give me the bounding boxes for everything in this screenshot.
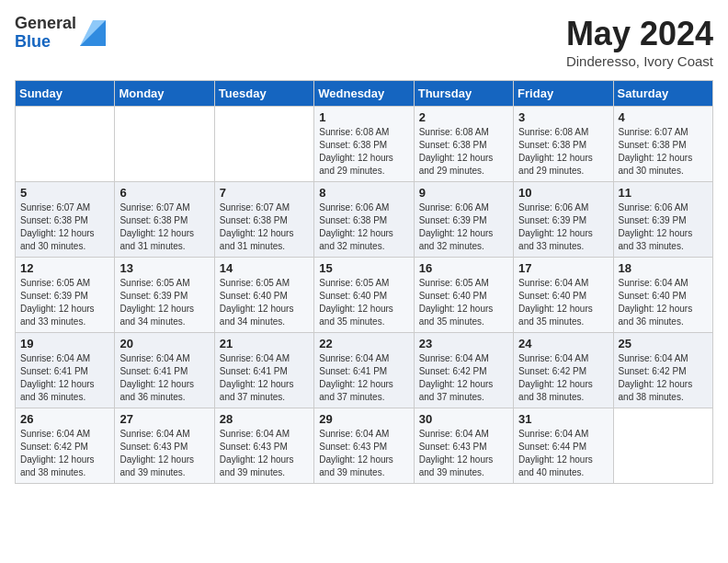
- day-number: 1: [319, 110, 408, 124]
- day-number: 13: [119, 261, 209, 275]
- logo-icon: [80, 20, 106, 46]
- day-info: Sunrise: 6:05 AM Sunset: 6:40 PM Dayligh…: [419, 277, 508, 328]
- calendar-week-row: 26Sunrise: 6:04 AM Sunset: 6:42 PM Dayli…: [16, 408, 713, 484]
- month-title: May 2024: [566, 15, 713, 53]
- day-number: 5: [20, 186, 109, 200]
- day-info: Sunrise: 6:05 AM Sunset: 6:39 PM Dayligh…: [20, 277, 109, 328]
- calendar-table: SundayMondayTuesdayWednesdayThursdayFrid…: [15, 80, 713, 484]
- day-number: 25: [619, 337, 708, 350]
- day-info: Sunrise: 6:04 AM Sunset: 6:42 PM Dayligh…: [619, 352, 708, 404]
- calendar-cell: 11Sunrise: 6:06 AM Sunset: 6:39 PM Dayli…: [613, 182, 712, 258]
- calendar-cell: 21Sunrise: 6:04 AM Sunset: 6:41 PM Dayli…: [214, 333, 313, 408]
- day-info: Sunrise: 6:04 AM Sunset: 6:43 PM Dayligh…: [119, 428, 209, 479]
- day-number: 3: [518, 110, 608, 124]
- day-number: 6: [119, 186, 209, 200]
- day-info: Sunrise: 6:05 AM Sunset: 6:40 PM Dayligh…: [220, 277, 309, 328]
- calendar-cell: 9Sunrise: 6:06 AM Sunset: 6:39 PM Daylig…: [414, 182, 513, 258]
- calendar-cell: 5Sunrise: 6:07 AM Sunset: 6:38 PM Daylig…: [16, 182, 115, 258]
- day-number: 27: [119, 412, 209, 426]
- calendar-cell: 30Sunrise: 6:04 AM Sunset: 6:43 PM Dayli…: [414, 408, 513, 484]
- day-number: 22: [319, 337, 408, 350]
- day-number: 15: [319, 261, 408, 275]
- calendar-cell: 15Sunrise: 6:05 AM Sunset: 6:40 PM Dayli…: [314, 258, 414, 333]
- calendar-cell: 20Sunrise: 6:04 AM Sunset: 6:41 PM Dayli…: [115, 333, 214, 408]
- calendar-cell: [214, 107, 313, 182]
- logo-general-text: General: [15, 15, 76, 33]
- calendar-cell: [613, 408, 712, 484]
- calendar-cell: 22Sunrise: 6:04 AM Sunset: 6:41 PM Dayli…: [314, 333, 414, 408]
- calendar-cell: 12Sunrise: 6:05 AM Sunset: 6:39 PM Dayli…: [16, 258, 115, 333]
- svg-marker-1: [80, 20, 106, 46]
- calendar-cell: [16, 107, 115, 182]
- calendar-cell: 18Sunrise: 6:04 AM Sunset: 6:40 PM Dayli…: [613, 258, 712, 333]
- day-number: 26: [20, 412, 109, 426]
- day-number: 7: [220, 186, 309, 200]
- calendar-cell: 25Sunrise: 6:04 AM Sunset: 6:42 PM Dayli…: [613, 333, 712, 408]
- day-info: Sunrise: 6:04 AM Sunset: 6:40 PM Dayligh…: [518, 277, 608, 328]
- header-monday: Monday: [115, 81, 214, 107]
- day-info: Sunrise: 6:06 AM Sunset: 6:39 PM Dayligh…: [419, 201, 508, 253]
- day-info: Sunrise: 6:06 AM Sunset: 6:39 PM Dayligh…: [619, 201, 708, 253]
- day-info: Sunrise: 6:04 AM Sunset: 6:44 PM Dayligh…: [518, 428, 608, 479]
- calendar-cell: 4Sunrise: 6:07 AM Sunset: 6:38 PM Daylig…: [613, 107, 712, 182]
- day-number: 30: [419, 412, 508, 426]
- day-number: 10: [518, 186, 608, 200]
- day-number: 29: [319, 412, 408, 426]
- day-number: 9: [419, 186, 508, 200]
- page-header: General Blue May 2024 Dinderesso, Ivory …: [15, 15, 713, 69]
- day-info: Sunrise: 6:04 AM Sunset: 6:41 PM Dayligh…: [220, 352, 309, 404]
- logo-blue-text: Blue: [15, 33, 76, 52]
- day-number: 16: [419, 261, 508, 275]
- calendar-cell: 8Sunrise: 6:06 AM Sunset: 6:38 PM Daylig…: [314, 182, 414, 258]
- day-info: Sunrise: 6:05 AM Sunset: 6:40 PM Dayligh…: [319, 277, 408, 328]
- calendar-cell: 27Sunrise: 6:04 AM Sunset: 6:43 PM Dayli…: [115, 408, 214, 484]
- day-info: Sunrise: 6:04 AM Sunset: 6:41 PM Dayligh…: [319, 352, 408, 404]
- calendar-cell: 14Sunrise: 6:05 AM Sunset: 6:40 PM Dayli…: [214, 258, 313, 333]
- day-number: 14: [220, 261, 309, 275]
- day-info: Sunrise: 6:08 AM Sunset: 6:38 PM Dayligh…: [518, 126, 608, 178]
- title-block: May 2024 Dinderesso, Ivory Coast: [566, 15, 713, 69]
- day-number: 17: [518, 261, 608, 275]
- day-info: Sunrise: 6:04 AM Sunset: 6:42 PM Dayligh…: [518, 352, 608, 404]
- header-tuesday: Tuesday: [214, 81, 313, 107]
- day-info: Sunrise: 6:04 AM Sunset: 6:43 PM Dayligh…: [220, 428, 309, 479]
- calendar-cell: 24Sunrise: 6:04 AM Sunset: 6:42 PM Dayli…: [514, 333, 613, 408]
- calendar-cell: [115, 107, 214, 182]
- day-info: Sunrise: 6:08 AM Sunset: 6:38 PM Dayligh…: [419, 126, 508, 178]
- header-sunday: Sunday: [16, 81, 115, 107]
- calendar-cell: 16Sunrise: 6:05 AM Sunset: 6:40 PM Dayli…: [414, 258, 513, 333]
- day-info: Sunrise: 6:07 AM Sunset: 6:38 PM Dayligh…: [619, 126, 708, 178]
- calendar-cell: 28Sunrise: 6:04 AM Sunset: 6:43 PM Dayli…: [214, 408, 313, 484]
- day-number: 28: [220, 412, 309, 426]
- location-text: Dinderesso, Ivory Coast: [566, 53, 713, 69]
- calendar-cell: 17Sunrise: 6:04 AM Sunset: 6:40 PM Dayli…: [514, 258, 613, 333]
- header-wednesday: Wednesday: [314, 81, 414, 107]
- calendar-week-row: 5Sunrise: 6:07 AM Sunset: 6:38 PM Daylig…: [16, 182, 713, 258]
- calendar-cell: 6Sunrise: 6:07 AM Sunset: 6:38 PM Daylig…: [115, 182, 214, 258]
- day-info: Sunrise: 6:04 AM Sunset: 6:41 PM Dayligh…: [20, 352, 109, 404]
- calendar-cell: 29Sunrise: 6:04 AM Sunset: 6:43 PM Dayli…: [314, 408, 414, 484]
- day-number: 19: [20, 337, 109, 350]
- header-thursday: Thursday: [414, 81, 513, 107]
- day-info: Sunrise: 6:04 AM Sunset: 6:42 PM Dayligh…: [419, 352, 508, 404]
- day-info: Sunrise: 6:08 AM Sunset: 6:38 PM Dayligh…: [319, 126, 408, 178]
- day-info: Sunrise: 6:06 AM Sunset: 6:39 PM Dayligh…: [518, 201, 608, 253]
- day-number: 18: [619, 261, 708, 275]
- header-saturday: Saturday: [613, 81, 712, 107]
- day-info: Sunrise: 6:04 AM Sunset: 6:40 PM Dayligh…: [619, 277, 708, 328]
- day-info: Sunrise: 6:04 AM Sunset: 6:43 PM Dayligh…: [319, 428, 408, 479]
- day-info: Sunrise: 6:05 AM Sunset: 6:39 PM Dayligh…: [119, 277, 209, 328]
- day-number: 21: [220, 337, 309, 350]
- day-info: Sunrise: 6:07 AM Sunset: 6:38 PM Dayligh…: [119, 201, 209, 253]
- calendar-week-row: 19Sunrise: 6:04 AM Sunset: 6:41 PM Dayli…: [16, 333, 713, 408]
- calendar-cell: 13Sunrise: 6:05 AM Sunset: 6:39 PM Dayli…: [115, 258, 214, 333]
- day-info: Sunrise: 6:04 AM Sunset: 6:43 PM Dayligh…: [419, 428, 508, 479]
- day-number: 8: [319, 186, 408, 200]
- calendar-cell: 3Sunrise: 6:08 AM Sunset: 6:38 PM Daylig…: [514, 107, 613, 182]
- logo: General Blue: [15, 15, 106, 52]
- day-info: Sunrise: 6:04 AM Sunset: 6:41 PM Dayligh…: [119, 352, 209, 404]
- calendar-week-row: 1Sunrise: 6:08 AM Sunset: 6:38 PM Daylig…: [16, 107, 713, 182]
- calendar-week-row: 12Sunrise: 6:05 AM Sunset: 6:39 PM Dayli…: [16, 258, 713, 333]
- calendar-header-row: SundayMondayTuesdayWednesdayThursdayFrid…: [16, 81, 713, 107]
- calendar-cell: 7Sunrise: 6:07 AM Sunset: 6:38 PM Daylig…: [214, 182, 313, 258]
